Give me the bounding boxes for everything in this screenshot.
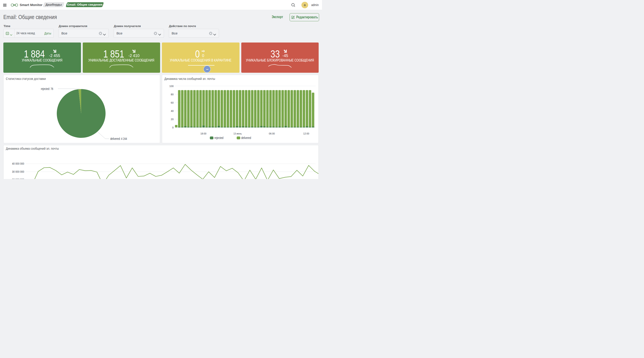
svg-text:13 июнь: 13 июнь	[234, 132, 242, 135]
svg-text:06:00: 06:00	[269, 132, 275, 135]
svg-text:20: 20	[171, 118, 174, 121]
svg-text:delivered: 4 244: delivered: 4 244	[110, 137, 127, 141]
svg-text:100: 100	[169, 85, 174, 88]
svg-text:rejected: 76: rejected: 76	[41, 87, 53, 91]
svg-text:delivered: delivered	[241, 136, 251, 140]
svg-text:30 000 000: 30 000 000	[12, 170, 24, 173]
svg-text:40 000 000: 40 000 000	[12, 162, 24, 165]
svg-text:60: 60	[171, 101, 174, 104]
svg-text:18:00: 18:00	[200, 132, 206, 135]
svg-text:12:00: 12:00	[303, 132, 309, 135]
svg-text:rejected: rejected	[214, 136, 224, 140]
svg-text:20 000 000: 20 000 000	[12, 178, 24, 179]
svg-text:40: 40	[171, 110, 174, 112]
svg-text:0: 0	[172, 126, 174, 129]
svg-text:80: 80	[171, 93, 174, 96]
